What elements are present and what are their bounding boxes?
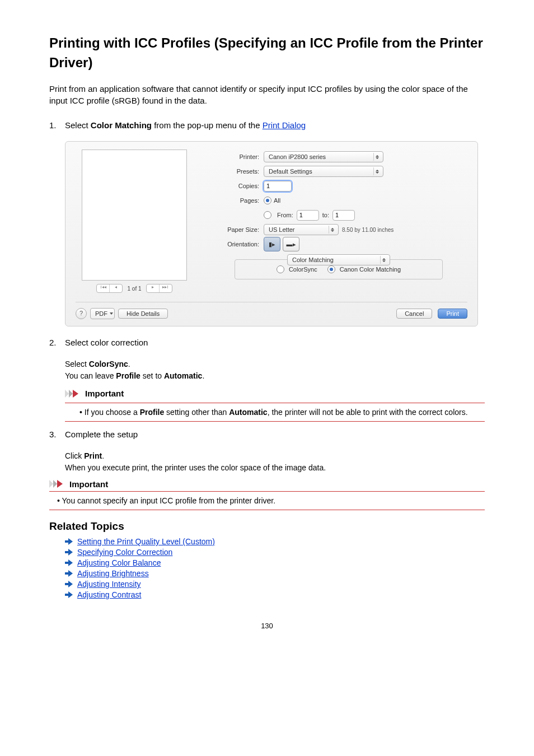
paper-size-label: Paper Size: [210, 226, 264, 233]
pages-range-radio[interactable] [264, 211, 271, 219]
pages-all-radio[interactable] [264, 197, 271, 204]
arrow-right-icon [65, 591, 73, 598]
arrow-right-icon [65, 559, 73, 566]
paper-size-value: US Letter [269, 226, 294, 233]
svg-marker-5 [57, 480, 63, 488]
colorsync-radio[interactable] [277, 265, 284, 273]
important-label: Important [69, 479, 108, 489]
chevron-down-icon [110, 312, 113, 315]
related-link[interactable]: Setting the Print Quality Level (Custom) [77, 537, 215, 546]
orientation-landscape-button[interactable]: ▬▸ [283, 237, 299, 251]
paper-dim-text: 8.50 by 11.00 inches [342, 227, 394, 233]
chevron-updown-icon [373, 167, 381, 175]
chevron-updown-icon [380, 256, 387, 264]
pages-to-label: to: [322, 212, 329, 218]
orientation-portrait-button[interactable]: ▮▸ [264, 237, 280, 251]
copies-input[interactable] [264, 181, 292, 192]
important-chevrons-icon [65, 390, 82, 398]
step1-text: Select Color Matching from the pop-up me… [65, 120, 485, 130]
presets-value: Default Settings [269, 168, 312, 175]
related-topics-heading: Related Topics [49, 520, 485, 533]
pdf-menu[interactable]: PDF [90, 308, 115, 319]
portrait-icon: ▮▸ [269, 241, 275, 248]
chevron-updown-icon [329, 226, 336, 234]
print-dialog: I◂◂ ◂ 1 of 1 ▸ ▸▸I Printer: Canon iP2800… [65, 141, 478, 326]
svg-marker-2 [73, 390, 78, 398]
printer-value: Canon iP2800 series [269, 153, 326, 160]
pager-prev-group[interactable]: I◂◂ ◂ [96, 284, 123, 293]
canon-color-matching-radio[interactable] [327, 265, 335, 273]
options-popup-select[interactable]: Color Matching [287, 254, 390, 265]
related-link[interactable]: Adjusting Brightness [77, 569, 149, 578]
step2-text: Select color correction [65, 338, 485, 347]
pages-from-label: From: [277, 212, 293, 218]
help-button[interactable]: ? [76, 308, 87, 319]
print-dialog-link[interactable]: Print Dialog [263, 120, 306, 130]
pager-next-group[interactable]: ▸ ▸▸I [146, 284, 172, 293]
arrow-right-icon [65, 581, 73, 587]
colorsync-label: ColorSync [289, 266, 317, 273]
svg-marker-3 [49, 480, 53, 488]
pages-label: Pages: [210, 197, 264, 204]
pager-label: 1 of 1 [127, 286, 141, 292]
intro-text: Print from an application software that … [49, 83, 485, 108]
landscape-icon: ▬▸ [287, 241, 296, 248]
pager-prev-icon: ◂ [109, 284, 122, 292]
svg-marker-0 [65, 390, 69, 398]
page-title: Printing with ICC Profiles (Specifying a… [49, 34, 485, 73]
page-number: 130 [49, 622, 485, 630]
related-link[interactable]: Adjusting Contrast [77, 590, 141, 599]
step3-text: Complete the setup [65, 430, 485, 439]
hide-details-button[interactable]: Hide Details [118, 309, 168, 319]
cancel-button[interactable]: Cancel [396, 309, 432, 319]
important-chevrons-icon [49, 480, 66, 488]
pages-from-input[interactable] [297, 210, 319, 221]
pager-last-icon: ▸▸I [159, 284, 172, 292]
important-body: If you choose a Profile setting other th… [79, 407, 485, 418]
paper-size-select[interactable]: US Letter [264, 224, 339, 235]
options-popup-value: Color Matching [292, 256, 334, 263]
chevron-updown-icon [373, 153, 381, 161]
orientation-label: Orientation: [210, 241, 264, 248]
svg-marker-1 [69, 390, 73, 398]
presets-select[interactable]: Default Settings [264, 166, 383, 177]
arrow-right-icon [65, 538, 73, 545]
pager-first-icon: I◂◂ [97, 284, 109, 292]
important-label: Important [85, 388, 124, 400]
step2-sub: Select ColorSync. You can leave Profile … [65, 358, 485, 422]
print-preview [82, 150, 187, 281]
related-link[interactable]: Adjusting Color Balance [77, 558, 161, 567]
arrow-right-icon [65, 570, 73, 577]
step3-sub: Click Print. When you execute print, the… [65, 450, 485, 474]
printer-label: Printer: [210, 153, 264, 160]
pager-next-icon: ▸ [147, 284, 159, 292]
pages-to-input[interactable] [332, 210, 355, 221]
step2-number: 2. [49, 338, 65, 353]
step3-number: 3. [49, 430, 65, 445]
step1-number: 1. [49, 120, 65, 136]
printer-select[interactable]: Canon iP2800 series [264, 151, 383, 162]
print-button[interactable]: Print [438, 309, 467, 319]
pages-all-label: All [274, 197, 280, 204]
arrow-right-icon [65, 549, 73, 556]
related-link[interactable]: Specifying Color Correction [77, 548, 172, 557]
canon-color-matching-label: Canon Color Matching [340, 266, 401, 273]
related-link[interactable]: Adjusting Intensity [77, 580, 141, 589]
important-body: You cannot specify an input ICC profile … [57, 495, 485, 506]
copies-label: Copies: [210, 183, 264, 189]
svg-marker-4 [53, 480, 57, 488]
presets-label: Presets: [210, 168, 264, 175]
